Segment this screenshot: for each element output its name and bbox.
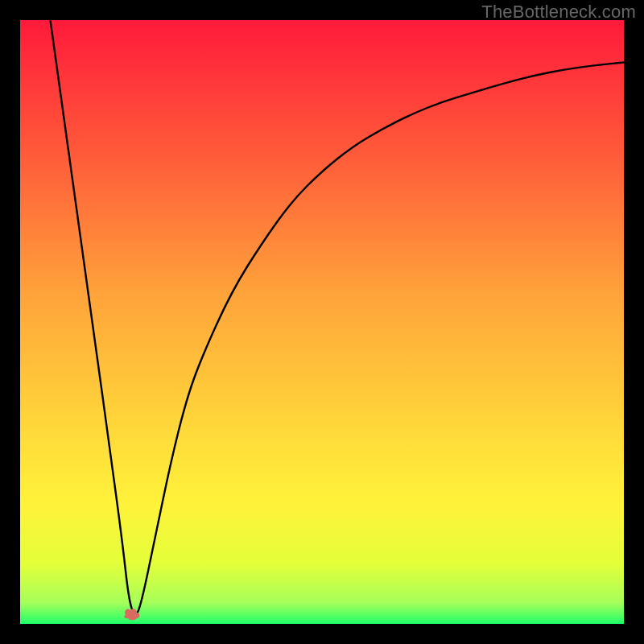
chart-container: { "watermark": "TheBottleneck.com", "cha… [0, 0, 644, 644]
bottleneck-curve [20, 20, 624, 624]
plot-area [20, 20, 624, 624]
watermark-label: TheBottleneck.com [481, 2, 636, 23]
